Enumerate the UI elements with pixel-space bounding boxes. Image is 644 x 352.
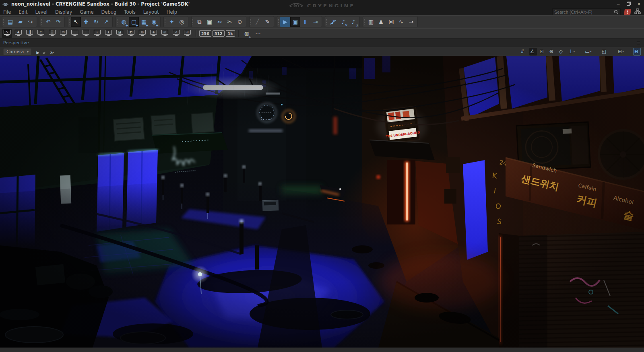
mute-audio-button[interactable]: ♪: [328, 17, 338, 27]
add-camera-button[interactable]: ▦+: [139, 17, 149, 27]
add-brush-button[interactable]: ▢+: [129, 17, 139, 27]
camera-step-button[interactable]: ▻: [43, 50, 46, 55]
viewmode-console-button[interactable]: ⋯: [81, 29, 91, 38]
annotate-tool-button[interactable]: ✎: [262, 17, 272, 27]
menu-layout[interactable]: Layout: [143, 9, 159, 15]
environment-editor-button[interactable]: ∿: [396, 17, 406, 27]
toolbar-group-locate: ✦◎: [163, 16, 188, 27]
menu-debug[interactable]: Debug: [101, 9, 117, 15]
camera-sequence-button[interactable]: ≫: [50, 50, 54, 55]
resolution-1k-button[interactable]: 1k: [226, 30, 235, 37]
menu-tools[interactable]: Tools: [124, 9, 135, 15]
add-entity-button[interactable]: ◍+: [119, 17, 129, 27]
pause-game-button[interactable]: Ⅱ: [300, 17, 310, 27]
add-light-button[interactable]: ◉+: [149, 17, 159, 27]
move-tool-icon: ✚: [84, 19, 89, 25]
rotate-tool-button[interactable]: ↻: [91, 17, 101, 27]
simulate-physics-icon: ▣: [293, 19, 298, 25]
refresh-audio-button[interactable]: ♪): [348, 17, 358, 27]
step-frame-button[interactable]: ⇥: [310, 17, 320, 27]
select-matching-button[interactable]: ⧉: [194, 17, 204, 27]
save-level-button[interactable]: ▤: [5, 17, 15, 27]
link-objects-button[interactable]: ∾: [215, 17, 225, 27]
step-frame-icon: ⇥: [313, 19, 318, 25]
scale-snap-button[interactable]: ⊡: [539, 48, 547, 56]
angle-snap-button[interactable]: ∠: [529, 48, 537, 56]
layout-manager-icon[interactable]: [634, 8, 641, 16]
viewmode-terrain-icon: ∿: [4, 30, 10, 35]
viewmode-textures-button[interactable]: ▒: [47, 29, 57, 38]
camera-play-button[interactable]: ▶: [36, 50, 39, 55]
pivot-snap-button[interactable]: ⊕: [549, 48, 556, 56]
viewmode-characters-button[interactable]: ♟: [13, 29, 23, 38]
menu-help[interactable]: Help: [167, 9, 177, 15]
deselect-all-button[interactable]: ▣: [204, 17, 215, 27]
viewmode-stats-button[interactable]: Y: [36, 29, 46, 38]
select-tool-button[interactable]: ↖: [71, 17, 81, 27]
move-tool-button[interactable]: ✚: [81, 17, 91, 27]
menu-game[interactable]: Game: [80, 9, 93, 15]
more-view-options-button[interactable]: ⋯: [253, 29, 263, 39]
toolbar-group-game: ▶▣Ⅱ⇥: [277, 16, 322, 27]
menu-bar: FileEditLevelDisplayGameDebugToolsLayout…: [0, 7, 644, 15]
select-linked-button[interactable]: ⊙: [235, 17, 245, 27]
viewmode-widgets-button[interactable]: ▭: [58, 29, 68, 38]
screenshot-button[interactable]: ◱: [601, 48, 609, 56]
simulate-physics-button[interactable]: ▣: [290, 17, 300, 27]
go-to-position-button[interactable]: ✦: [167, 17, 177, 27]
undo-button[interactable]: ↶: [43, 17, 53, 27]
more-view-options-icon: ⋯: [255, 31, 261, 36]
resolution-256-button[interactable]: 256: [199, 30, 211, 37]
unlink-objects-button[interactable]: ✂: [225, 17, 235, 27]
viewmode-shaded-a-button[interactable]: ◪: [115, 29, 125, 38]
export-level-button[interactable]: ↪: [25, 17, 35, 27]
viewmode-profile-a-button[interactable]: ⊿: [171, 29, 181, 38]
zoom-to-selection-button[interactable]: ◎: [177, 17, 187, 27]
track-view-button[interactable]: ⋈: [386, 17, 396, 27]
helpers-toggle-button[interactable]: H: [633, 48, 641, 56]
terrain-snap-button[interactable]: ⊥▾: [568, 48, 576, 56]
viewmode-gi-button[interactable]: ◈: [149, 29, 159, 38]
menu-edit[interactable]: Edit: [19, 9, 27, 15]
viewmode-split-button[interactable]: ▐: [25, 29, 35, 38]
ai-navigation-button[interactable]: ♟: [376, 17, 386, 27]
console-warning-icon[interactable]: !: [624, 9, 631, 15]
resolution-512-button[interactable]: 512: [213, 30, 225, 37]
stop-audio-button[interactable]: ♪✕: [338, 17, 348, 27]
open-level-button[interactable]: ▰: [15, 17, 25, 27]
menu-display[interactable]: Display: [55, 9, 72, 15]
viewport-canvas[interactable]: THE UNDERGROUND: [0, 56, 644, 348]
close-button[interactable]: ✕: [637, 2, 641, 6]
viewmode-solid-button[interactable]: ▪: [92, 29, 102, 38]
viewport-title[interactable]: Perspective: [3, 40, 29, 45]
camera-sync-button[interactable]: ⊸: [406, 17, 416, 27]
scale-tool-button[interactable]: ↗: [101, 17, 111, 27]
viewmode-profile-b-button[interactable]: ⊿: [182, 29, 192, 38]
viewmode-lighting-button[interactable]: ◍: [137, 29, 147, 38]
viewport[interactable]: THE UNDERGROUND: [0, 56, 644, 348]
viewmode-terrain-button[interactable]: ∿: [2, 29, 12, 38]
redo-button[interactable]: ↷: [53, 17, 63, 27]
display-options-button[interactable]: ▭▾: [584, 48, 592, 56]
layout-panels-icon: ▥: [368, 19, 374, 25]
grid-snap-button[interactable]: #: [520, 48, 527, 56]
layout-panels-button[interactable]: ▥: [366, 17, 376, 27]
new-probe-button[interactable]: ◍+: [242, 29, 252, 39]
vertex-snap-button[interactable]: ◇: [558, 48, 566, 56]
viewport-menu-icon[interactable]: ≡: [636, 40, 641, 45]
play-game-button[interactable]: ▶: [280, 17, 290, 27]
main-toolbar: ▤▰↪↶↷↖✚↻↗◍+▢+▦+◉+✦◎⧉▣∾✂⊙╱✎▶▣Ⅱ⇥♪♪✕♪)▥♟⋈∿⊸: [0, 15, 644, 28]
measure-tool-button[interactable]: ╱: [252, 17, 262, 27]
menu-level[interactable]: Level: [35, 9, 47, 15]
viewmode-fullscreen-button[interactable]: [70, 29, 80, 38]
viewmode-spheres-button[interactable]: ●: [103, 29, 114, 38]
viewmode-shaded-b-button[interactable]: ◩: [126, 29, 136, 38]
search-box: [552, 8, 621, 15]
minimize-button[interactable]: −: [617, 2, 620, 6]
menu-file[interactable]: File: [3, 9, 11, 15]
restore-button[interactable]: [627, 2, 631, 6]
camera-settings-button[interactable]: ⊞▾: [617, 48, 625, 56]
viewmode-probe-button[interactable]: ◎: [160, 29, 170, 38]
search-input[interactable]: [554, 10, 614, 14]
camera-selector[interactable]: Camera ▾: [3, 48, 31, 55]
